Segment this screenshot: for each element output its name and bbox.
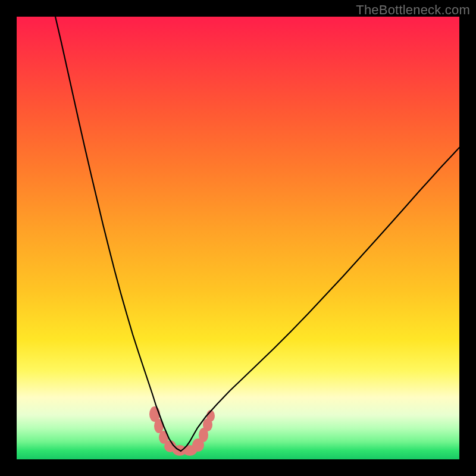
curve-right xyxy=(181,148,459,451)
outer-frame: TheBottleneck.com xyxy=(0,0,476,476)
curve-left xyxy=(55,17,181,451)
plot-area xyxy=(17,17,459,459)
watermark-text: TheBottleneck.com xyxy=(356,2,470,18)
curve-layer xyxy=(17,17,459,459)
